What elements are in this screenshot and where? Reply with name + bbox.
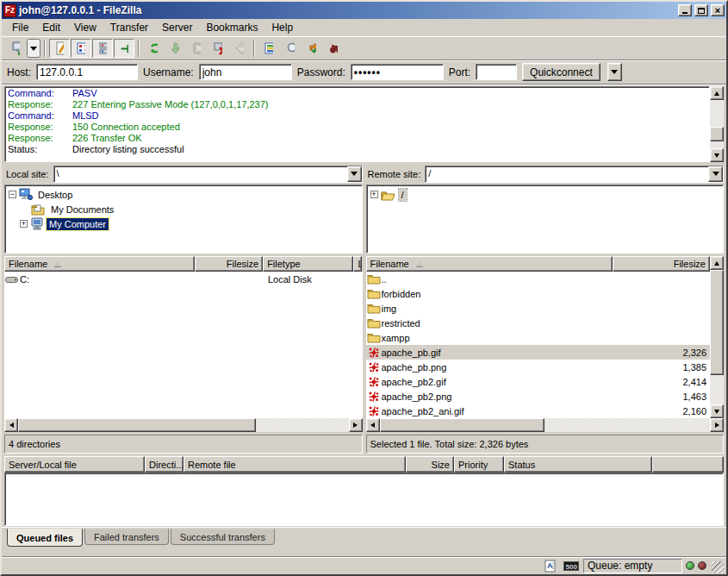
menu-file[interactable]: File — [5, 20, 35, 35]
column-header-filetype[interactable]: Filetype — [263, 256, 353, 272]
remote-file-row[interactable]: img — [366, 301, 711, 316]
column-header-remote-file[interactable]: Remote file — [184, 456, 406, 473]
scroll-right-button[interactable] — [349, 418, 363, 432]
local-horizontal-scrollbar[interactable] — [4, 418, 363, 432]
host-input[interactable] — [36, 64, 138, 80]
reconnect-icon — [235, 41, 244, 55]
queue-list-body[interactable] — [4, 473, 724, 526]
folder-icon — [366, 303, 382, 314]
directory-filters-button[interactable] — [258, 39, 279, 58]
speed-limit-indicator[interactable]: 500 — [563, 559, 580, 573]
site-manager-button[interactable] — [5, 39, 26, 58]
file-name: apache_pb2.gif — [382, 377, 625, 387]
cancel-operation-button[interactable] — [186, 39, 207, 58]
menu-view[interactable]: View — [67, 20, 103, 35]
remote-file-row[interactable]: apache_pb2_ani.gif 2,160 — [366, 404, 711, 418]
scroll-right-button[interactable] — [710, 418, 724, 432]
remote-file-row[interactable]: apache_pb2.gif 2,414 — [366, 374, 711, 389]
toggle-remote-tree-button[interactable] — [92, 39, 113, 58]
scroll-up-button[interactable] — [710, 86, 724, 100]
remote-horizontal-scrollbar[interactable] — [366, 418, 725, 432]
remote-file-row[interactable]: apache_pb.png 1,385 — [366, 360, 711, 374]
scroll-track[interactable] — [710, 270, 724, 404]
username-input[interactable] — [199, 64, 292, 80]
tab-queued-files[interactable]: Queued files — [7, 529, 83, 547]
remote-file-row[interactable]: .. — [366, 272, 711, 286]
scroll-thumb[interactable] — [18, 418, 256, 432]
remote-site-dropdown[interactable] — [708, 166, 723, 182]
scroll-thumb[interactable] — [710, 127, 724, 141]
maximize-button[interactable] — [694, 4, 708, 16]
tab-successful-transfers[interactable]: Successful transfers — [171, 529, 275, 545]
title-bar[interactable]: Fz john@127.0.0.1 - FileZilla × — [2, 2, 726, 19]
column-header-size[interactable]: Size — [406, 456, 454, 473]
resize-grip[interactable] — [712, 561, 724, 573]
remote-vertical-scrollbar[interactable] — [710, 256, 724, 418]
tree-item-my-documents[interactable]: My Documents — [5, 202, 362, 216]
menu-transfer[interactable]: Transfer — [103, 20, 155, 35]
local-file-row[interactable]: C: Local Disk — [4, 272, 363, 286]
collapse-icon[interactable]: − — [9, 191, 16, 198]
remote-file-row[interactable]: apache_pb2.png 1,463 — [366, 389, 711, 404]
port-input[interactable] — [476, 64, 517, 80]
column-header-filesize[interactable]: Filesize — [195, 256, 264, 272]
column-header-empty — [652, 456, 724, 473]
column-header-status[interactable]: Status — [504, 456, 652, 473]
menu-edit[interactable]: Edit — [35, 20, 67, 35]
close-button[interactable]: × — [711, 4, 725, 16]
column-header-filesize[interactable]: Filesize — [613, 256, 711, 272]
quickconnect-dropdown[interactable] — [607, 63, 622, 81]
scroll-track[interactable] — [18, 418, 349, 432]
toggle-local-tree-button[interactable] — [71, 39, 91, 58]
scroll-track[interactable] — [710, 100, 724, 148]
tree-item-root[interactable]: + / — [367, 187, 724, 202]
expand-icon[interactable]: + — [370, 191, 378, 198]
disconnect-button[interactable] — [208, 39, 228, 58]
remote-list-body[interactable]: .. forbidden img — [366, 272, 711, 418]
password-input[interactable] — [351, 64, 444, 80]
menu-server[interactable]: Server — [155, 20, 199, 35]
remote-file-row[interactable]: restricted — [366, 316, 711, 330]
find-files-button[interactable] — [323, 39, 344, 58]
arrow-up-icon — [714, 261, 719, 266]
minimize-button[interactable] — [678, 4, 692, 16]
column-header-direction[interactable]: Directi... — [145, 456, 184, 473]
reconnect-button[interactable] — [229, 39, 250, 58]
process-queue-button[interactable] — [165, 39, 185, 58]
expand-icon[interactable]: + — [20, 220, 28, 228]
remote-site-combo[interactable]: / — [425, 166, 724, 183]
column-header-priority[interactable]: Priority — [454, 456, 504, 473]
synchronized-browsing-button[interactable] — [302, 39, 322, 58]
toggle-transfer-queue-button[interactable] — [114, 39, 134, 58]
scroll-down-button[interactable] — [710, 404, 724, 418]
local-site-combo[interactable]: \ — [53, 166, 363, 183]
transfer-type-indicator[interactable]: A — [542, 559, 559, 573]
tree-item-my-computer[interactable]: + My Computer — [5, 216, 362, 231]
menu-bookmarks[interactable]: Bookmarks — [199, 20, 264, 35]
site-manager-dropdown[interactable] — [27, 39, 40, 58]
menu-help[interactable]: Help — [264, 20, 300, 35]
local-list-body[interactable]: C: Local Disk — [4, 272, 363, 418]
column-header-lastmodified[interactable]: L — [353, 256, 362, 272]
remote-file-row[interactable]: forbidden — [366, 286, 711, 301]
quickconnect-button[interactable]: Quickconnect — [522, 63, 600, 81]
toggle-message-log-button[interactable] — [49, 39, 70, 58]
scroll-thumb[interactable] — [380, 418, 545, 432]
column-header-filename[interactable]: Filename — [4, 256, 195, 272]
refresh-button[interactable] — [143, 39, 164, 58]
tab-failed-transfers[interactable]: Failed transfers — [84, 529, 169, 545]
directory-comparison-button[interactable] — [280, 39, 301, 58]
scroll-left-button[interactable] — [366, 418, 380, 432]
local-site-dropdown[interactable] — [347, 166, 362, 182]
column-header-filename[interactable]: Filename — [366, 256, 613, 272]
remote-file-row[interactable]: xampp — [366, 330, 711, 345]
log-vertical-scrollbar[interactable] — [710, 86, 724, 162]
scroll-left-button[interactable] — [4, 418, 18, 432]
scroll-thumb[interactable] — [710, 270, 724, 375]
scroll-track[interactable] — [380, 418, 711, 432]
remote-file-row-selected[interactable]: apache_pb.gif 2,326 — [366, 345, 711, 360]
tree-item-desktop[interactable]: − Desktop — [5, 187, 362, 202]
scroll-up-button[interactable] — [710, 256, 724, 270]
column-header-server-local-file[interactable]: Server/Local file — [4, 456, 145, 473]
scroll-down-button[interactable] — [710, 148, 724, 162]
